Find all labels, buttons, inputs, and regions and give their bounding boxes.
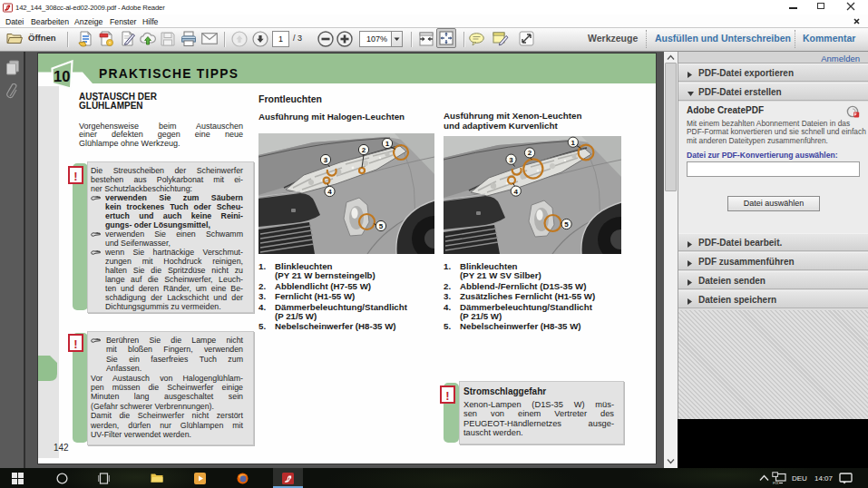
svg-text:4: 4 (327, 188, 332, 196)
svg-text:2: 2 (362, 146, 366, 154)
svg-text:1: 1 (385, 140, 390, 148)
svg-text:3: 3 (324, 156, 328, 164)
svg-text:10: 10 (54, 68, 70, 84)
svg-text:5: 5 (564, 220, 569, 229)
svg-text:3: 3 (509, 156, 513, 164)
svg-text:1: 1 (571, 139, 576, 147)
svg-text:FIX: FIX (773, 481, 779, 485)
svg-text:5: 5 (379, 222, 384, 230)
svg-text:2: 2 (528, 149, 532, 157)
svg-text:4: 4 (514, 188, 519, 196)
